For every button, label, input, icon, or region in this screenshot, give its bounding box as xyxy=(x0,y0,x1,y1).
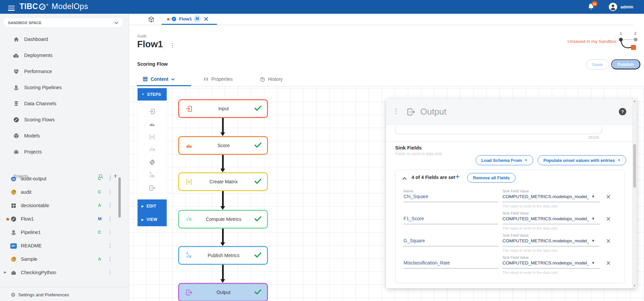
project-row-readme[interactable]: M+ README ⋮ xyxy=(0,239,129,253)
project-name: README xyxy=(21,243,42,248)
field-name-input[interactable]: Chi_Square xyxy=(404,194,428,199)
load-schema-from-button[interactable]: Load Schema From▼ xyxy=(476,155,533,165)
flow-canvas[interactable]: ▼ STEPS √x √x ▶ EDIT ▶ VIEW xyxy=(129,86,644,301)
title-kebab-icon[interactable]: ⋮ xyxy=(169,42,175,49)
sidebar-item-projects[interactable]: Projects xyxy=(0,144,129,160)
sidebar-item-dashboard[interactable]: Dashboard xyxy=(0,31,129,47)
project-kebab-icon[interactable]: ⋮ xyxy=(107,189,113,195)
hamburger-menu-icon[interactable] xyxy=(8,4,15,12)
flow-node-compute-metrics[interactable]: √x Compute Metrics xyxy=(178,210,268,229)
steps-panel-header[interactable]: ▼ STEPS xyxy=(138,88,167,101)
remove-all-fields-button[interactable]: Remove all Fields xyxy=(467,173,516,183)
scroll-up-icon[interactable]: ▲ xyxy=(633,100,636,103)
tab-properties[interactable]: Properties xyxy=(203,76,233,82)
description-input[interactable] xyxy=(395,127,602,134)
sink-field-value-select[interactable]: COMPUTED_METRICS.modelops_model_qualit..… xyxy=(502,238,589,243)
project-kebab-icon[interactable]: ⋮ xyxy=(107,269,113,276)
palette-python-icon[interactable] xyxy=(138,156,167,169)
sink-field-value-select[interactable]: COMPUTED_METRICS.modelops_model_qualit..… xyxy=(502,216,589,221)
project-row-flow1[interactable]: Flow1 M ⋮ xyxy=(0,213,129,226)
project-kebab-icon[interactable]: ⋮ xyxy=(107,242,113,249)
space-selector[interactable]: SANDBOX SPACE xyxy=(3,18,123,27)
name-input-underline xyxy=(404,202,498,202)
remove-field-icon[interactable]: × xyxy=(606,215,610,224)
remove-field-icon[interactable]: × xyxy=(606,259,610,268)
remove-field-icon[interactable]: × xyxy=(606,237,610,246)
collapse-chevron-icon[interactable] xyxy=(402,175,407,181)
sidebar-scrollbar-thumb[interactable] xyxy=(118,177,121,218)
edit-panel-header[interactable]: ▶ EDIT xyxy=(138,199,167,213)
chevron-down-icon[interactable]: ▼ xyxy=(591,194,595,198)
flow-node-output[interactable]: Output xyxy=(178,283,268,301)
flow-node-publish-metrics[interactable]: √x Publish Metrics xyxy=(178,246,268,265)
project-kebab-icon[interactable]: ⋮ xyxy=(107,177,113,182)
field-name-input[interactable]: Misclassification_Rate xyxy=(404,260,450,265)
status-divider xyxy=(615,35,615,47)
chevron-down-icon[interactable]: ▼ xyxy=(591,217,595,221)
project-row-pipeline1[interactable]: Pipeline1 C ⋮ xyxy=(0,226,129,239)
sidebar-item-performance[interactable]: Performance xyxy=(0,63,129,79)
database-icon xyxy=(13,101,19,107)
panel-kebab-icon[interactable]: ⋮ xyxy=(393,107,399,115)
table-project-icon xyxy=(10,202,17,209)
sidebar-item-scoring-flows[interactable]: Scoring Flows xyxy=(0,112,129,128)
user-avatar[interactable] xyxy=(608,2,618,13)
settings-and-preferences[interactable]: ⚙ Settings and Preferences xyxy=(0,289,129,300)
tab-content[interactable]: Content xyxy=(143,76,175,82)
models-tab[interactable] xyxy=(148,16,155,24)
flow-node-create-matrix[interactable]: Create Matrix xyxy=(178,172,268,191)
project-kebab-icon[interactable]: ⋮ xyxy=(107,216,113,222)
project-row-checkingpython[interactable]: ▶ CheckingPython ⋮ xyxy=(0,266,129,280)
project-row-decisiontable[interactable]: decisiontable A ⋮ xyxy=(0,199,129,213)
help-icon[interactable]: ? xyxy=(619,108,626,115)
flow-arrow xyxy=(222,118,224,133)
sidebar-item-scoring-pipelines[interactable]: Scoring Pipelines xyxy=(0,79,129,96)
project-row-audit-output[interactable]: audit-output C ⋮ xyxy=(0,177,129,186)
scroll-down-icon[interactable]: ▼ xyxy=(633,284,636,287)
panel-scrollbar[interactable]: ▲ ▼ xyxy=(632,99,637,288)
chevron-down-icon[interactable]: ▼ xyxy=(591,239,595,243)
sidebar-item-models[interactable]: Models xyxy=(0,128,129,144)
save-button[interactable]: Save xyxy=(586,59,609,69)
palette-input-icon[interactable] xyxy=(138,105,167,118)
sidebar-item-data-channels[interactable]: Data Channels xyxy=(0,96,129,112)
project-kebab-icon[interactable]: ⋮ xyxy=(107,256,113,262)
username-label[interactable]: admin xyxy=(621,4,633,9)
flow1-tab[interactable]: Flow1 M xyxy=(162,14,217,25)
project-kebab-icon[interactable]: ⋮ xyxy=(107,202,113,208)
sink-fields-subtitle: Fields to send to data sink. xyxy=(395,152,443,156)
scoring-flow-tab-icon xyxy=(171,16,177,23)
field-name-input[interactable]: G_Square xyxy=(404,238,425,243)
project-row-sample[interactable]: Sample A ⋮ xyxy=(0,253,129,266)
sidebar-item-label: Performance xyxy=(24,69,52,74)
chevron-down-icon[interactable]: ▼ xyxy=(591,261,595,265)
palette-score-icon[interactable] xyxy=(138,118,167,130)
palette-matrix-icon[interactable] xyxy=(138,130,167,143)
expand-arrow-icon[interactable]: ▶ xyxy=(4,270,6,274)
palette-compute-metrics-icon[interactable]: √x xyxy=(138,143,167,156)
tabstrip-divider xyxy=(129,25,634,25)
remove-field-icon[interactable]: × xyxy=(606,192,610,201)
palette-publish-metrics-icon[interactable]: √x xyxy=(138,169,167,181)
tab-history[interactable]: History xyxy=(260,76,283,82)
project-kebab-icon[interactable]: ⋮ xyxy=(107,229,113,235)
add-field-icon[interactable]: + xyxy=(455,172,460,181)
tab-label: Content xyxy=(151,76,168,82)
chevron-down-icon xyxy=(114,21,118,24)
flow-node-score[interactable]: Score xyxy=(178,136,268,155)
field-name-input[interactable]: F1_Score xyxy=(404,216,424,221)
close-icon[interactable] xyxy=(204,16,208,22)
flow-node-input[interactable]: Input xyxy=(178,99,268,118)
version-widget[interactable]: 1 2 xyxy=(618,32,641,54)
palette-output-icon[interactable] xyxy=(138,181,167,194)
notification-bell[interactable]: 10 xyxy=(587,3,595,12)
panel-output-icon xyxy=(406,107,416,118)
scrollbar-thumb[interactable] xyxy=(633,144,636,188)
publish-button[interactable]: Publish xyxy=(611,59,640,69)
populate-unset-values-button[interactable]: Populate unset values with entries▼ xyxy=(538,155,626,165)
sink-field-value-select[interactable]: COMPUTED_METRICS.modelops_model_quality_… xyxy=(502,260,589,265)
project-row-audit[interactable]: audit C ⋮ xyxy=(0,186,129,199)
sink-field-value-select[interactable]: COMPUTED_METRICS.modelops_model_qualit..… xyxy=(502,194,589,199)
view-panel-header[interactable]: ▶ VIEW xyxy=(138,213,167,226)
sidebar-item-deployments[interactable]: Deployments xyxy=(0,47,129,63)
